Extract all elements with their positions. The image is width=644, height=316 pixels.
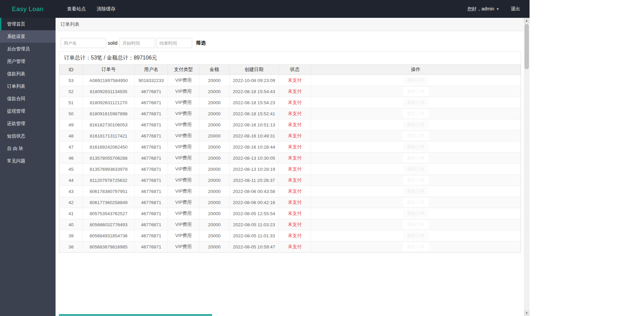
amount-cell: 20000 (199, 241, 230, 252)
column-header: 状态 (279, 65, 311, 75)
username-filter-input[interactable] (61, 38, 106, 48)
sidebar-item-2[interactable]: 后台管理员 (0, 43, 56, 55)
delete-order-button[interactable]: 删除订单 (403, 131, 429, 140)
delete-order-button[interactable]: 删除订单 (403, 87, 429, 96)
table-row: 4180575354376252746776871VIP费用200002022-… (60, 208, 521, 219)
column-header: 创建日期 (230, 65, 279, 75)
amount-cell: 20000 (199, 142, 230, 153)
created-date-cell: 2022-08-06 00:43:58 (230, 186, 279, 197)
table-row: 53A089218975849509018332233VIP费用20000202… (60, 75, 521, 86)
delete-order-button[interactable]: 删除订单 (403, 120, 429, 129)
delete-order-button[interactable]: 删除订单 (403, 231, 429, 240)
start-time-input[interactable] (120, 38, 155, 48)
pay-type-cell: VIP费用 (168, 219, 199, 230)
status-badge: 未支付 (288, 222, 302, 227)
order-no-cell: 805686032776493 (83, 219, 135, 230)
action-cell: 删除订单 (311, 197, 521, 208)
status-cell: 未支付 (279, 175, 311, 186)
order-id-cell: 48 (60, 130, 83, 142)
column-header: 金额 (199, 65, 230, 75)
amount-cell: 20000 (199, 175, 230, 186)
order-no-cell: 811207978725632 (83, 175, 135, 186)
table-header-row: ID订单号用户名支付类型金额创建日期状态操作 (60, 65, 521, 75)
delete-order-button[interactable]: 删除订单 (403, 209, 429, 218)
status-badge: 未支付 (288, 155, 302, 160)
status-badge: 未支付 (288, 166, 302, 171)
created-date-cell: 2022-08-06 00:42:16 (230, 197, 279, 208)
action-cell: 删除订单 (311, 119, 521, 130)
order-no-cell: 805684931854736 (83, 230, 135, 241)
sidebar-item-7[interactable]: 提现管理 (0, 105, 56, 117)
order-no-cell: 816169242062450 (83, 142, 135, 153)
created-date-cell: 2022-08-18 15:54:23 (230, 97, 279, 108)
username-cell: 46776871 (135, 175, 168, 186)
created-date-cell: 2022-08-05 11:01:33 (230, 230, 279, 241)
filter-submit-button[interactable]: 筛选 (196, 40, 206, 46)
sidebar-item-10[interactable]: 自 由 块 (0, 142, 56, 155)
delete-order-button[interactable]: 删除订单 (403, 242, 429, 251)
delete-order-button[interactable]: 删除订单 (403, 165, 429, 173)
username-cell: 46776871 (135, 241, 168, 252)
sidebar-item-5[interactable]: 订单列表 (0, 80, 56, 92)
table-row: 3880568387981698546776871VIP费用200002022-… (60, 241, 521, 252)
username-cell: 46776871 (135, 130, 168, 142)
delete-order-button[interactable]: 删除订单 (403, 98, 429, 107)
sidebar-item-3[interactable]: 用户管理 (0, 55, 56, 68)
pay-type-cell: VIP费用 (168, 97, 199, 108)
nav-link-view-site[interactable]: 查看站点 (66, 5, 87, 13)
sidebar-item-0[interactable]: 管理首页 (0, 18, 56, 30)
column-header: 用户名 (135, 65, 168, 75)
orders-card: 订单总计：53笔 / 金额总计：897106元 ID订单号用户名支付类型金额创建… (59, 51, 521, 253)
created-date-cell: 2022-08-05 10:59:47 (230, 241, 279, 252)
delete-order-button[interactable]: 删除订单 (403, 143, 429, 151)
delete-order-button[interactable]: 删除订单 (403, 220, 429, 229)
status-cell: 未支付 (279, 219, 311, 230)
created-date-cell: 2022-08-16 10:28:44 (230, 142, 279, 153)
order-id-cell: 39 (60, 230, 83, 241)
username-cell: 9018332233 (135, 75, 168, 86)
username-cell: 46776871 (135, 164, 168, 175)
sidebar-item-6[interactable]: 借款合同 (0, 92, 56, 105)
created-date-cell: 2022-08-05 12:55:54 (230, 208, 279, 219)
status-badge: 未支付 (288, 189, 302, 194)
delete-order-button[interactable]: 删除订单 (403, 154, 429, 162)
navbar-right: 您好，admin ▼ 退出 (467, 6, 520, 12)
order-no-cell: 805683879816985 (83, 241, 135, 252)
nav-link-clear-cache[interactable]: 清除缓存 (96, 5, 116, 13)
sidebar-item-11[interactable]: 常见问题 (0, 155, 56, 167)
action-cell: 删除订单 (311, 142, 521, 153)
user-menu[interactable]: 您好，admin ▼ (467, 6, 499, 12)
action-cell: 删除订单 (311, 164, 521, 175)
username-cell: 46776871 (135, 119, 168, 130)
username-cell: 46776871 (135, 86, 168, 97)
sidebar-item-9[interactable]: 短信状态 (0, 130, 56, 142)
delete-order-button[interactable]: 删除订单 (403, 176, 429, 185)
action-cell: 删除订单 (311, 230, 521, 241)
sidebar-item-8[interactable]: 还款管理 (0, 117, 56, 130)
scrollbar-thumb[interactable] (524, 24, 529, 69)
logout-button[interactable]: 退出 (511, 6, 520, 12)
pay-type-cell: VIP费用 (168, 230, 199, 241)
order-no-cell: 816182730106053 (83, 119, 135, 130)
sidebar-item-1[interactable]: 系统设置 (0, 30, 56, 43)
table-row: 4481120797872563246776871VIP费用200002022-… (60, 175, 521, 186)
vertical-scrollbar[interactable]: ▲ ▼ (524, 18, 530, 316)
status-badge: 未支付 (288, 211, 302, 216)
amount-cell: 20000 (199, 97, 230, 108)
delete-order-button[interactable]: 删除订单 (403, 198, 429, 207)
scroll-down-icon[interactable]: ▼ (524, 310, 530, 316)
delete-order-button[interactable]: 删除订单 (403, 109, 429, 118)
table-row: 5181809263112127046776871VIP费用200002022-… (60, 97, 521, 108)
top-navbar: Easy Loan 查看站点 清除缓存 您好，admin ▼ 退出 (0, 0, 530, 18)
delete-order-button[interactable]: 删除订单 (403, 76, 429, 85)
created-date-cell: 2022-08-18 15:52:41 (230, 108, 279, 119)
sidebar-item-4[interactable]: 借款列表 (0, 68, 56, 80)
brand-logo: Easy Loan (0, 5, 56, 13)
user-greeting: 您好，admin (467, 6, 494, 12)
orders-table: ID订单号用户名支付类型金额创建日期状态操作 53A08921897584950… (59, 64, 521, 252)
scroll-up-icon[interactable]: ▲ (524, 18, 530, 24)
delete-order-button[interactable]: 删除订单 (403, 187, 429, 196)
end-time-input[interactable] (157, 38, 192, 48)
column-header: ID (60, 65, 83, 75)
status-cell: 未支付 (279, 186, 311, 197)
